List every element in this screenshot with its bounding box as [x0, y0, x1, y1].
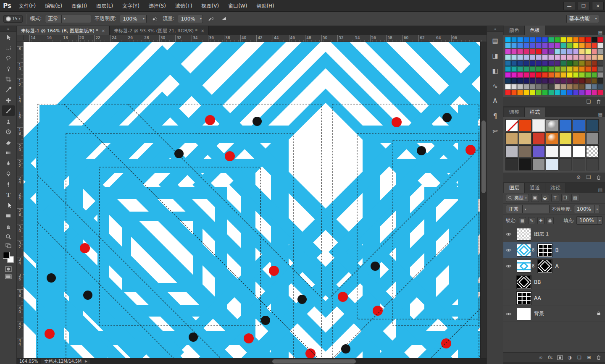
color-swatch[interactable] [536, 72, 542, 78]
color-swatch[interactable] [523, 78, 529, 84]
status-options-arrow[interactable]: ▶ [85, 359, 90, 363]
layer-visibility-toggle[interactable] [503, 242, 514, 258]
color-swatch[interactable] [517, 72, 523, 78]
color-swatch[interactable] [567, 60, 573, 66]
color-swatch[interactable] [579, 43, 585, 48]
menu-item-8[interactable]: 窗口(W) [224, 0, 252, 12]
color-swatch[interactable] [505, 43, 511, 48]
color-swatch[interactable] [560, 84, 566, 89]
color-swatch[interactable] [560, 43, 566, 48]
color-swatch[interactable] [511, 90, 517, 95]
layer-filter-type-select[interactable]: 类型 ▾ [506, 194, 529, 202]
color-swatch[interactable] [530, 66, 536, 72]
filter-smart-objects-icon[interactable]: ▨ [571, 194, 579, 202]
new-group-icon[interactable]: ❑ [576, 355, 582, 360]
color-swatch[interactable] [567, 84, 573, 89]
color-swatch[interactable] [555, 37, 560, 42]
eye-icon[interactable] [505, 232, 512, 236]
style-swatch[interactable] [573, 132, 585, 144]
foreground-color-chip[interactable] [3, 252, 10, 259]
color-swatch[interactable] [536, 66, 542, 72]
swatches-panel-menu-icon[interactable]: ▤ [596, 30, 605, 35]
horizontal-scrollbar-thumb[interactable] [272, 359, 355, 364]
color-swatch[interactable] [592, 60, 597, 66]
color-swatch[interactable] [579, 90, 585, 95]
vertical-scrollbar[interactable] [480, 42, 487, 358]
color-swatch[interactable] [555, 66, 560, 72]
delete-swatch-icon[interactable] [596, 99, 602, 105]
color-swatch[interactable] [511, 49, 517, 54]
toolbar-collapse-button[interactable]: » [0, 26, 16, 32]
color-swatch[interactable] [573, 43, 579, 48]
marquee-tool[interactable] [2, 42, 15, 53]
color-swatch[interactable] [560, 60, 566, 66]
color-swatch[interactable] [542, 78, 548, 84]
layer-row-A[interactable]: 8A [503, 258, 605, 274]
color-swatch[interactable] [530, 72, 536, 78]
color-swatch[interactable] [579, 84, 585, 89]
color-swatch[interactable] [560, 37, 566, 42]
layer-style-fx-icon[interactable]: fx. [547, 355, 553, 360]
color-swatch[interactable] [505, 60, 511, 66]
canvas[interactable] [24, 42, 480, 358]
menu-item-0[interactable]: 文件(F) [14, 0, 40, 12]
color-swatch[interactable] [517, 84, 523, 89]
styles-tab-样式[interactable]: 样式 [525, 107, 545, 117]
color-swatch[interactable] [511, 66, 517, 72]
color-swatch[interactable] [548, 49, 554, 54]
color-swatch[interactable] [542, 84, 548, 89]
color-swatch[interactable] [517, 37, 523, 42]
color-swatch[interactable] [567, 37, 573, 42]
color-swatch[interactable] [597, 60, 603, 66]
color-swatch[interactable] [542, 72, 548, 78]
color-swatch[interactable] [511, 84, 517, 89]
color-swatch[interactable] [592, 90, 597, 95]
color-swatch[interactable] [579, 66, 585, 72]
style-swatch[interactable] [532, 119, 545, 131]
color-swatch[interactable] [592, 72, 597, 78]
zoom-level-field[interactable]: 164.05% [17, 359, 41, 364]
screen-mode-icon[interactable] [3, 273, 14, 280]
color-swatch[interactable] [517, 49, 523, 54]
layer-thumbnail[interactable] [517, 276, 531, 288]
color-swatch[interactable] [555, 72, 560, 78]
layer-row-B[interactable]: 8B [503, 242, 605, 258]
color-swatch[interactable] [567, 90, 573, 95]
tool-presets-panel-icon[interactable]: ✄ [489, 125, 502, 138]
airbrush-toggle-icon[interactable] [206, 14, 216, 24]
layer-visibility-toggle[interactable] [503, 226, 514, 242]
color-swatch[interactable] [517, 90, 523, 95]
color-swatch[interactable] [542, 37, 548, 42]
color-swatch[interactable] [523, 90, 529, 95]
color-swatch[interactable] [536, 49, 542, 54]
color-swatch[interactable] [523, 49, 529, 54]
type-tool[interactable]: T [2, 189, 15, 200]
color-swatch[interactable] [585, 66, 591, 72]
clone-stamp-tool[interactable] [2, 116, 15, 126]
color-swatch[interactable] [592, 84, 597, 89]
style-swatch[interactable] [505, 119, 518, 131]
styles-tab-调整[interactable]: 调整 [504, 107, 525, 117]
dodge-tool[interactable] [2, 168, 15, 179]
style-swatch[interactable] [519, 132, 531, 144]
color-swatch[interactable] [548, 90, 554, 95]
eye-icon[interactable] [505, 264, 512, 268]
color-swatch[interactable] [573, 66, 579, 72]
layer-thumbnail[interactable] [517, 308, 531, 320]
layer-mask-thumbnail[interactable] [538, 244, 552, 257]
layer-thumbnail[interactable] [517, 260, 531, 272]
color-swatch[interactable] [579, 55, 585, 60]
color-swatch[interactable] [567, 66, 573, 72]
color-swatch[interactable] [517, 78, 523, 84]
eyedropper-tool[interactable] [2, 84, 15, 95]
color-swatch[interactable] [555, 49, 560, 54]
color-swatch[interactable] [585, 55, 591, 60]
edit-in-screen-icon[interactable] [3, 242, 14, 249]
color-swatch[interactable] [517, 60, 523, 66]
style-swatch[interactable] [505, 145, 518, 157]
color-swatch[interactable] [585, 37, 591, 42]
paragraph-panel-icon[interactable]: ¶ [489, 110, 502, 123]
color-swatch[interactable] [597, 55, 603, 60]
style-swatch[interactable] [505, 158, 518, 170]
style-swatch[interactable] [532, 145, 545, 157]
